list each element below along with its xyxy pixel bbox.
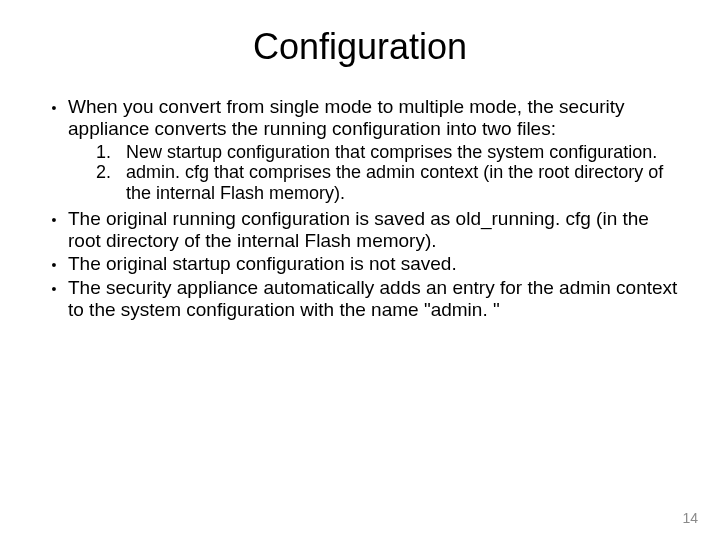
number-marker: 2. <box>96 162 126 183</box>
numbered-item: 1. New startup configuration that compri… <box>96 142 680 163</box>
slide-body: • When you convert from single mode to m… <box>40 96 680 321</box>
bullet-text: The original startup configuration is no… <box>68 253 680 275</box>
bullet-item: • The original running configuration is … <box>40 208 680 252</box>
slide-title: Configuration <box>40 26 680 68</box>
numbered-list: 1. New startup configuration that compri… <box>96 142 680 204</box>
numbered-item: 2. admin. cfg that comprises the admin c… <box>96 162 680 203</box>
bullet-dot: • <box>40 96 68 116</box>
bullet-text: When you convert from single mode to mul… <box>68 96 680 140</box>
bullet-dot: • <box>40 277 68 297</box>
numbered-text: admin. cfg that comprises the admin cont… <box>126 162 680 203</box>
bullet-dot: • <box>40 253 68 273</box>
bullet-text: The original running configuration is sa… <box>68 208 680 252</box>
bullet-item: • The security appliance automatically a… <box>40 277 680 321</box>
bullet-item: • When you convert from single mode to m… <box>40 96 680 140</box>
bullet-text: The security appliance automatically add… <box>68 277 680 321</box>
bullet-dot: • <box>40 208 68 228</box>
numbered-text: New startup configuration that comprises… <box>126 142 680 163</box>
page-number: 14 <box>682 510 698 526</box>
bullet-item: • The original startup configuration is … <box>40 253 680 275</box>
number-marker: 1. <box>96 142 126 163</box>
